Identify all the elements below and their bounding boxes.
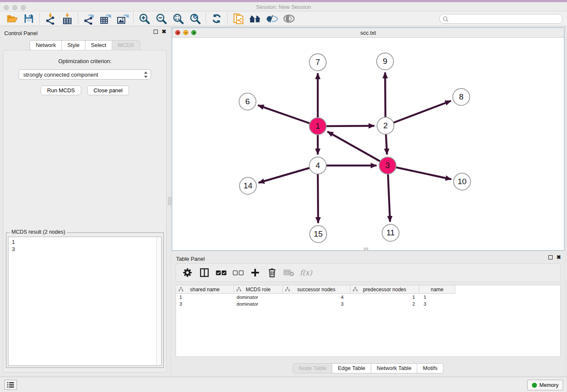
result-scrollbar[interactable] <box>156 237 161 365</box>
export-network-icon <box>83 13 95 25</box>
memory-label: Memory <box>539 382 559 388</box>
toolbar-separator <box>133 13 134 25</box>
export-image-button[interactable] <box>114 12 131 25</box>
graph-edge-3-1[interactable] <box>328 132 388 166</box>
save-session-button[interactable] <box>20 12 37 25</box>
search-box <box>439 14 563 24</box>
delete-row-button[interactable] <box>265 265 279 280</box>
graph-node-15[interactable]: 15 <box>309 225 327 243</box>
graph-node-3[interactable]: 3 <box>379 157 396 174</box>
close-panel-button[interactable]: Close panel <box>87 86 129 95</box>
columns-button[interactable] <box>197 265 212 280</box>
cell-successor-nodes: 4 <box>283 295 350 300</box>
float-panel-icon[interactable] <box>154 30 158 34</box>
tab-network-table[interactable]: Network Table <box>371 363 417 373</box>
export-table-icon <box>99 13 112 25</box>
graph-edge-3-10[interactable] <box>388 166 451 179</box>
toolbar-separator <box>78 13 78 25</box>
node-table[interactable]: shared name MCDS role successor nodes <box>176 285 561 357</box>
zoom-fit-button[interactable] <box>170 12 187 25</box>
float-panel-icon[interactable] <box>548 255 553 259</box>
show-graphics-details-button[interactable] <box>281 12 297 25</box>
hierarchy-icon <box>285 287 290 292</box>
graph-node-1[interactable]: 1 <box>309 117 327 135</box>
graph-node-4[interactable]: 4 <box>309 157 327 174</box>
toggle-styles-view-button[interactable] <box>264 12 281 25</box>
graph-edge-1-6[interactable] <box>258 105 318 126</box>
graph-node-6[interactable]: 6 <box>239 93 256 110</box>
zoom-out-button[interactable] <box>153 12 170 25</box>
graph-node-9[interactable]: 9 <box>376 52 394 70</box>
columns-icon <box>200 268 209 277</box>
refresh-view-button[interactable] <box>208 12 225 25</box>
import-network-button[interactable] <box>42 12 59 25</box>
close-panel-icon[interactable]: ✖ <box>162 30 166 34</box>
graph-node-10[interactable]: 10 <box>453 173 471 190</box>
search-input[interactable] <box>450 15 562 23</box>
gear-icon <box>182 268 193 278</box>
run-mcds-button[interactable]: Run MCDS <box>41 86 81 95</box>
zoom-out-icon <box>156 13 167 25</box>
memory-button[interactable]: Memory <box>527 380 563 390</box>
refresh-icon <box>211 13 222 24</box>
table-row[interactable]: 3 dominator 3 2 3 <box>176 301 560 307</box>
table-settings-button[interactable] <box>180 265 195 280</box>
graph-edge-2-8[interactable] <box>385 101 451 126</box>
open-in-cytoscape-web-button[interactable] <box>230 12 247 25</box>
table-panel: Table Panel ✖ <box>172 252 564 376</box>
unchecked-boxes-icon <box>233 270 244 276</box>
splitter-grip[interactable] <box>168 197 171 205</box>
export-table-button[interactable] <box>97 12 114 25</box>
graph-node-2[interactable]: 2 <box>377 117 394 135</box>
open-session-button[interactable] <box>3 12 20 25</box>
tab-motifs[interactable]: Motifs <box>417 363 443 373</box>
function-icon: f(x) <box>300 268 312 277</box>
control-panel-tabs: Network Style Select MCDS <box>0 40 170 50</box>
tab-mcds[interactable]: MCDS <box>112 40 140 50</box>
graph-node-8[interactable]: 8 <box>452 88 470 106</box>
column-header-name[interactable]: name <box>419 285 455 294</box>
tab-style[interactable]: Style <box>61 40 85 50</box>
splitter-grip[interactable] <box>364 248 368 251</box>
graph-node-11[interactable]: 11 <box>382 224 399 242</box>
delete-table-button <box>282 265 296 280</box>
add-row-button[interactable] <box>248 265 262 280</box>
control-panel-title: Control Panel <box>4 30 38 36</box>
select-all-button[interactable] <box>214 265 228 280</box>
home-button[interactable] <box>247 12 264 25</box>
hierarchy-icon <box>353 287 358 292</box>
cell-shared-name: 3 <box>176 301 234 306</box>
column-header-predecessor-nodes[interactable]: predecessor nodes <box>350 285 419 294</box>
deselect-all-button[interactable] <box>231 265 245 280</box>
mcds-result-area[interactable]: 1 3 <box>8 237 162 366</box>
dropdown-stepper-icon <box>144 72 148 79</box>
toolbar-separator <box>206 13 206 25</box>
column-header-mcds-role[interactable]: MCDS role <box>234 285 283 294</box>
mcds-panel: Optimization criterion: strongly connect… <box>3 50 167 373</box>
close-panel-icon[interactable]: ✖ <box>556 255 561 259</box>
tab-network[interactable]: Network <box>30 40 62 50</box>
column-header-successor-nodes[interactable]: successor nodes <box>283 285 350 294</box>
tab-edge-table[interactable]: Edge Table <box>332 363 371 373</box>
zoom-selected-button[interactable] <box>187 12 204 25</box>
zoom-in-button[interactable] <box>136 12 153 25</box>
show-task-history-button[interactable] <box>4 380 17 390</box>
table-toolbar: f(x) <box>176 263 561 282</box>
control-panel: Control Panel ✖ Network Style Select MCD… <box>0 26 170 376</box>
export-network-button[interactable] <box>80 12 97 25</box>
graph-node-7[interactable]: 7 <box>309 53 327 71</box>
graph-node-14[interactable]: 14 <box>239 177 257 195</box>
table-row[interactable]: 1 dominator 4 1 1 <box>176 294 560 301</box>
criterion-dropdown[interactable]: strongly connected component <box>19 69 151 80</box>
memory-status-icon <box>532 383 537 388</box>
network-window-titlebar[interactable]: scc.txt <box>172 28 564 38</box>
cell-shared-name: 1 <box>176 295 234 300</box>
cell-predecessor-nodes: 2 <box>350 301 419 306</box>
cell-mcds-role: dominator <box>234 295 283 300</box>
column-header-shared-name[interactable]: shared name <box>176 285 234 294</box>
import-table-button[interactable] <box>59 12 76 25</box>
tab-node-table[interactable]: Node Table <box>293 363 333 373</box>
tab-select[interactable]: Select <box>85 40 112 50</box>
list-icon <box>7 382 14 388</box>
network-canvas[interactable]: 7968124314101511 <box>172 38 564 250</box>
